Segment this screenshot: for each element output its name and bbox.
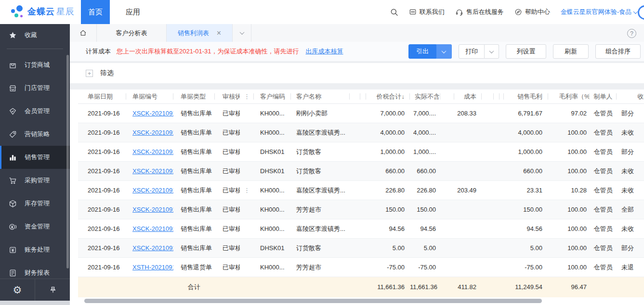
cell-sp3	[440, 181, 454, 200]
column-header-custCode[interactable]: 客户编码	[254, 89, 291, 103]
totals-amount: 11,661.36	[366, 277, 410, 297]
table-row[interactable]: 2021-09-16XSCK-20210916销售出库单已审核KH000...嘉…	[78, 219, 644, 239]
cell-billNo[interactable]: XSCK-20210916	[126, 239, 173, 257]
column-header-dots[interactable]: ⋮	[240, 89, 254, 103]
column-header-billNo[interactable]: 单据编号	[126, 89, 173, 103]
column-settings-button[interactable]: 列设置	[506, 44, 546, 59]
column-header-net[interactable]: 实际不含税金额	[410, 89, 440, 103]
cell-dots	[240, 239, 254, 257]
help-center-link[interactable]: 帮助中心	[514, 8, 550, 16]
cell-billNo[interactable]: XSCK-20210916	[126, 142, 173, 161]
cell-date: 2021-09-16	[78, 219, 126, 238]
chevron-down-icon	[633, 9, 638, 14]
cell-cost	[454, 200, 482, 219]
cell-sp6	[499, 219, 504, 238]
cell-dots	[240, 200, 254, 219]
cell-net: 1,000....	[410, 142, 440, 161]
column-header-date[interactable]: 单据日期	[78, 89, 126, 103]
refresh-button[interactable]: 刷新	[553, 44, 589, 59]
sidebar-scrollbar[interactable]	[66, 55, 69, 268]
export-button[interactable]: 引出	[408, 44, 436, 59]
nav-item-home[interactable]: 首页	[81, 0, 110, 24]
account-switcher[interactable]: 金蝶云星辰官网体验-食品	[561, 8, 637, 16]
sidebar-item-inventory-mgmt[interactable]: 库存管理	[0, 192, 70, 215]
cell-margin: 100.00	[548, 239, 590, 257]
cell-billNo[interactable]: XSCK-20210916	[126, 104, 173, 123]
sidebar-item-funds-mgmt[interactable]: 资金管理	[0, 215, 70, 238]
table-row[interactable]: 2021-09-16XSCK-20210916销售出库单已审核DHSK01订货散…	[78, 239, 644, 258]
cell-dots	[240, 123, 254, 142]
toolbar: 引出 打印 列设置 刷新 组合排序	[408, 42, 641, 61]
chevron-down-icon	[442, 49, 447, 53]
cell-creator: 仓管员	[590, 219, 617, 238]
sidebar-item-label: 门店管理	[25, 84, 50, 92]
print-button[interactable]: 打印	[459, 44, 485, 59]
cell-billNo[interactable]: XSCK-20210916	[126, 181, 173, 200]
cell-billNo[interactable]: XSCK-20210916	[126, 123, 173, 142]
close-icon[interactable]: ×	[217, 29, 221, 37]
table-row[interactable]: 2021-09-16XSCK-20210916销售出库单已审核KH000...芳…	[78, 200, 644, 219]
print-dropdown[interactable]	[485, 44, 499, 59]
tab-customer-analysis[interactable]: 客户分析表	[97, 24, 167, 42]
help-icon[interactable]: ?	[627, 29, 636, 38]
column-header-margin[interactable]: 毛利率（%）	[548, 89, 590, 103]
cell-custCode: DHSK01	[254, 142, 291, 161]
cell-billNo[interactable]: XSCK-20210916	[126, 162, 173, 180]
contact-us-link[interactable]: 联系我们	[409, 8, 445, 16]
cell-billNo[interactable]: XSCK-20210916	[126, 200, 173, 219]
cell-sp2	[360, 200, 366, 219]
cell-sp5	[494, 200, 499, 219]
user-avatar[interactable]	[638, 5, 644, 20]
settings-button[interactable]: ⚙	[0, 279, 35, 301]
pin-sidebar-button[interactable]	[35, 279, 70, 301]
sidebar-item-favorites[interactable]: 收藏	[0, 24, 70, 46]
cell-custName: 刚刚小卖部	[291, 104, 350, 123]
cell-billType: 销售出库单	[173, 142, 215, 161]
horizontal-scrollbar-thumb[interactable]	[84, 299, 542, 303]
table-row[interactable]: 2021-09-16XSTH-20210916销售退货单已审核KH000...芳…	[78, 258, 644, 277]
sidebar-item-member-mgmt[interactable]: 会员管理	[0, 100, 70, 123]
sidebar-item-order-mall[interactable]: 订货商城	[0, 53, 70, 76]
tab-list-dropdown[interactable]	[233, 24, 251, 42]
sidebar-item-marketing[interactable]: 营销策略	[0, 123, 70, 146]
tab-label: 客户分析表	[116, 29, 147, 38]
search-icon[interactable]	[390, 8, 398, 16]
cell-sp3	[440, 258, 454, 277]
combined-sort-button[interactable]: 组合排序	[595, 44, 641, 59]
column-header-creator[interactable]: 制单人	[590, 89, 617, 103]
column-header-billType[interactable]: 单据类型	[173, 89, 215, 103]
export-split-button: 引出	[408, 44, 452, 59]
column-header-profit[interactable]: 销售毛利	[504, 89, 548, 103]
export-dropdown[interactable]	[436, 44, 452, 59]
expand-filter-icon[interactable]: +	[86, 70, 93, 77]
sidebar-item-sales-mgmt[interactable]: 销售管理	[0, 146, 70, 169]
column-header-amount[interactable]: 价税合计↓	[366, 89, 410, 103]
sidebar-item-purchase-mgmt[interactable]: 采购管理	[0, 169, 70, 192]
cell-amount: 150.00	[366, 200, 410, 219]
cell-billNo[interactable]: XSCK-20210916	[126, 219, 173, 238]
column-header-cost[interactable]: 成本	[454, 89, 482, 103]
cost-accounting-link[interactable]: 出库成本核算	[306, 47, 343, 56]
column-header-custName[interactable]: 客户名称	[291, 89, 350, 103]
table-row[interactable]: 2021-09-16XSCK-20210916销售出库单已审核DHSK01订货散…	[78, 142, 644, 162]
cell-cost: 203.49	[454, 181, 482, 200]
home-tab-button[interactable]	[70, 24, 97, 42]
cell-date: 2021-09-16	[78, 104, 126, 123]
after-sales-service-link[interactable]: 售后在线服务	[455, 8, 504, 16]
column-header-audit[interactable]: 审核状态	[215, 89, 240, 103]
tab-sales-profit-active[interactable]: 销售利润表 ×	[167, 24, 233, 42]
window-bottom-strip	[0, 301, 70, 305]
notice-prefix: 计算成本	[86, 47, 111, 56]
table-row[interactable]: 2021-09-16XSCK-20210916销售出库单已审核KH000...刚…	[78, 104, 644, 123]
sidebar-item-label: 库存管理	[25, 199, 50, 208]
table-row[interactable]: 2021-09-16XSCK-20210916销售出库单已审核⋮KH000...…	[78, 181, 644, 200]
nav-item-apps[interactable]: 应用	[118, 0, 147, 24]
sidebar-item-accounting[interactable]: 账务处理	[0, 238, 70, 261]
sidebar-item-store-mgmt[interactable]: 门店管理	[0, 76, 70, 100]
cell-dots	[240, 104, 254, 123]
cell-sp3	[440, 219, 454, 238]
table-row[interactable]: 2021-09-16XSCK-20210916销售出库单已审核DHSK01订货散…	[78, 162, 644, 181]
table-row[interactable]: 2021-09-16XSCK-20210916销售出库单已审核KH000...嘉…	[78, 123, 644, 142]
column-header-receipt[interactable]: 收(退)款状态	[617, 89, 644, 103]
cell-billNo[interactable]: XSTH-20210916	[126, 258, 173, 277]
